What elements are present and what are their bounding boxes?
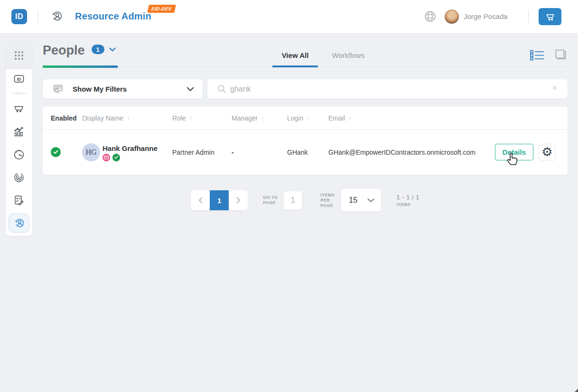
- active-tab-underline: [272, 65, 318, 67]
- task-edit-icon: [13, 194, 25, 206]
- manager-cell: -: [232, 149, 287, 156]
- show-my-filters-dropdown[interactable]: Show My Filters: [43, 79, 203, 99]
- previous-page-button[interactable]: [191, 190, 210, 210]
- items-label: ITEMS: [396, 202, 419, 207]
- column-header-email[interactable]: Email↑: [328, 114, 568, 122]
- column-header-display-name[interactable]: Display Name↑: [82, 114, 172, 122]
- empowerid-logo[interactable]: ID: [11, 9, 27, 24]
- column-header-enabled: Enabled: [43, 114, 82, 122]
- gauge-icon: [13, 149, 25, 161]
- sort-arrow-icon: ↑: [261, 114, 264, 121]
- sort-arrow-icon: ↑: [127, 114, 130, 121]
- page-title: People: [43, 44, 85, 58]
- divider: [528, 10, 529, 23]
- filters-label: Show My Filters: [73, 85, 127, 93]
- app-title: Resource Admin: [75, 11, 151, 22]
- gear-icon: ⚙: [541, 145, 552, 159]
- search-box: ×: [207, 79, 568, 99]
- login-cell: GHank: [287, 149, 328, 156]
- pager: 1: [191, 190, 248, 210]
- email-cell: GHank@EmpowerIDContractors.onmicrosoft.c…: [328, 149, 495, 156]
- table-row: HG Hank Grafhanne: [43, 129, 568, 175]
- enabled-check-icon: [51, 147, 61, 157]
- column-header-login[interactable]: Login↑: [287, 114, 328, 122]
- cart-icon: [545, 12, 555, 21]
- search-input[interactable]: [230, 79, 482, 99]
- next-page-button[interactable]: [229, 190, 248, 210]
- cart-button[interactable]: [539, 8, 561, 25]
- display-name-cell: HG Hank Grafhanne: [82, 143, 172, 161]
- environment-badge: EID-DEV: [147, 5, 176, 13]
- items-per-page-label: ITEMS PER PAGE: [320, 193, 336, 208]
- apps-menu-button[interactable]: [6, 42, 32, 69]
- details-button[interactable]: Details: [495, 144, 533, 160]
- people-table: Enabled Display Name↑ Role↑ Manager↑ Log…: [43, 107, 568, 175]
- divider: [38, 10, 38, 23]
- fingerprint-icon: [13, 171, 25, 184]
- verified-badge-icon: [112, 154, 120, 161]
- sort-arrow-icon: ↑: [189, 114, 193, 121]
- sidebar-item-tasks[interactable]: [6, 189, 32, 212]
- email-badge-icon: [103, 154, 110, 161]
- user-name[interactable]: Jorge Posada: [464, 12, 508, 20]
- top-bar: ID Resource Admin EID-DEV Jorge Posada: [0, 0, 578, 33]
- page-header: People 1 View All Workflows: [43, 42, 568, 67]
- sort-arrow-icon: ↑: [348, 114, 352, 121]
- pagination-bar: 1 GO TO PAGE ITEMS PER PAGE 15 1 - 1 / 1…: [43, 189, 568, 212]
- result-count-badge: 1: [92, 45, 104, 54]
- title-accent-bar: [43, 65, 118, 68]
- sort-arrow-icon: ↑: [307, 114, 310, 121]
- chevron-down-icon: [186, 87, 194, 92]
- main-content: People 1 View All Workflows: [43, 42, 568, 392]
- language-globe-icon[interactable]: [424, 10, 437, 23]
- column-header-manager[interactable]: Manager↑: [232, 114, 287, 122]
- sidebar-item-identity[interactable]: [6, 166, 32, 189]
- left-sidebar: ID: [6, 42, 32, 236]
- resource-admin-app-icon: [50, 10, 63, 23]
- table-header-row: Enabled Display Name↑ Role↑ Manager↑ Log…: [43, 107, 568, 129]
- role-cell: Partner Admin: [172, 149, 232, 156]
- tab-view-all[interactable]: View All: [272, 51, 318, 59]
- filter-search-icon: [52, 83, 64, 95]
- items-per-page-value: 15: [349, 196, 357, 205]
- sidebar-item-people-active[interactable]: [9, 214, 29, 233]
- grid-dots-icon: [14, 50, 24, 61]
- id-badge-icon: ID: [13, 73, 25, 85]
- chevron-down-icon[interactable]: [109, 47, 116, 52]
- current-page-button[interactable]: 1: [210, 190, 229, 210]
- sidebar-divider-dashes: [6, 88, 32, 98]
- column-header-role[interactable]: Role↑: [172, 114, 232, 122]
- sidebar-item-cart[interactable]: [6, 98, 32, 121]
- search-icon: [217, 84, 227, 94]
- avatar-initials[interactable]: HG: [82, 143, 100, 161]
- resize-grip: [575, 389, 578, 392]
- clear-search-icon[interactable]: ×: [552, 83, 557, 93]
- shopping-cart-icon: [13, 103, 25, 115]
- chart-icon: [13, 126, 25, 138]
- person-sync-icon: [13, 217, 25, 229]
- tab-workflows[interactable]: Workflows: [326, 51, 370, 59]
- items-per-page-select[interactable]: 15: [341, 189, 381, 212]
- enabled-cell: [43, 147, 82, 157]
- sidebar-item-dashboard[interactable]: [6, 143, 32, 166]
- svg-text:ID: ID: [17, 77, 21, 82]
- goto-page-input[interactable]: [283, 191, 302, 210]
- sidebar-item-analytics[interactable]: [6, 121, 32, 143]
- list-view-icon[interactable]: [530, 50, 545, 61]
- user-avatar[interactable]: [445, 9, 459, 24]
- goto-page-label: GO TO PAGE: [263, 195, 279, 205]
- person-name[interactable]: Hank Grafhanne: [103, 144, 158, 152]
- row-settings-button[interactable]: ⚙: [539, 144, 556, 161]
- sidebar-item-id-badge[interactable]: ID: [6, 69, 32, 88]
- chevron-down-icon: [367, 198, 374, 203]
- card-view-icon[interactable]: [554, 49, 567, 61]
- item-range-text: 1 - 1 / 1: [396, 194, 419, 201]
